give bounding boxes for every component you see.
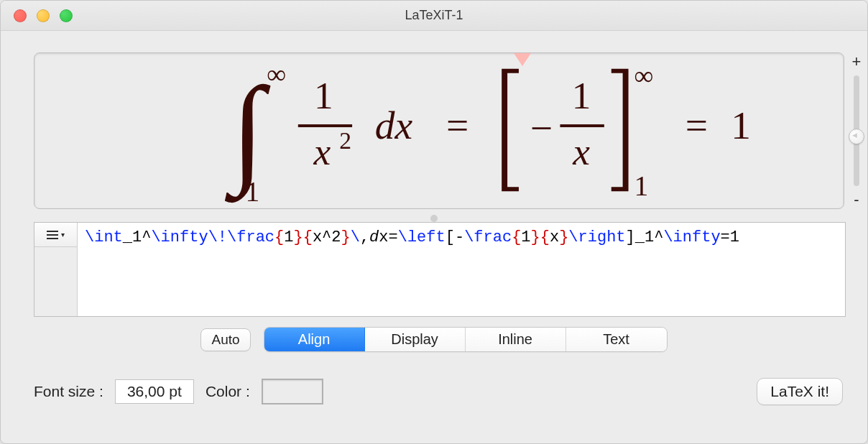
tok: x^2 — [313, 228, 341, 246]
svg-text:x: x — [313, 130, 331, 173]
tok: d — [369, 228, 379, 246]
svg-text:=: = — [446, 103, 468, 147]
svg-text:−: − — [530, 106, 553, 150]
alignment-marker-icon — [514, 53, 531, 69]
tok: [- — [445, 228, 464, 246]
mode-segmented: Align Display Inline Text — [264, 327, 668, 352]
mode-text[interactable]: Text — [566, 328, 667, 351]
window-body: ∫ ∞ 1 1 x 2 dx = − — [1, 31, 867, 443]
preview-row: ∫ ∞ 1 1 x 2 dx = − — [1, 31, 867, 209]
tok: x= — [379, 228, 397, 246]
tok: , — [360, 228, 369, 246]
svg-rect-12 — [560, 124, 604, 127]
tok: 1 — [284, 228, 293, 246]
svg-text:1: 1 — [314, 74, 333, 117]
latex-source-input[interactable]: \int_1^\infty\!\frac{1}{x^2}\,dx=\left[-… — [78, 223, 845, 316]
latex-it-button[interactable]: LaTeX it! — [757, 378, 843, 405]
svg-text:∞: ∞ — [267, 59, 286, 89]
tok: { — [512, 228, 521, 246]
tok: \frac — [464, 228, 512, 246]
mode-inline[interactable]: Inline — [466, 328, 566, 351]
window-title: LaTeXiT-1 — [1, 8, 867, 23]
svg-text:1: 1 — [245, 176, 259, 208]
tok: \ — [351, 228, 360, 246]
chevron-down-icon: ▾ — [61, 231, 65, 239]
tok: } — [341, 228, 350, 246]
tok: \infty\!\frac — [151, 228, 274, 246]
close-icon[interactable] — [14, 9, 27, 22]
zoom-in-icon[interactable]: + — [849, 52, 864, 71]
svg-text:dx: dx — [375, 103, 413, 147]
tok: _1^ — [123, 228, 152, 246]
svg-text:1: 1 — [634, 170, 648, 202]
tok: } — [559, 228, 568, 246]
editor-options-button[interactable]: ▾ — [34, 223, 77, 247]
zoom-icon[interactable] — [60, 9, 73, 22]
menu-icon — [47, 231, 58, 239]
color-well[interactable] — [262, 379, 323, 404]
font-size-input[interactable]: 36,00 pt — [115, 379, 194, 404]
svg-text:∞: ∞ — [634, 60, 653, 91]
tok: \int — [85, 228, 123, 246]
svg-text:1: 1 — [572, 74, 591, 117]
editor-gutter: ▾ — [34, 223, 78, 316]
splitter-grip-icon — [430, 215, 438, 222]
tok: x — [550, 228, 559, 246]
tok: 1 — [521, 228, 530, 246]
tok: \left — [398, 228, 445, 246]
tok: \infty — [663, 228, 720, 246]
svg-text:1: 1 — [731, 103, 751, 147]
tok: \right — [568, 228, 625, 246]
zoom-slider-track[interactable] — [854, 75, 859, 186]
tok: }{ — [531, 228, 550, 246]
render-preview[interactable]: ∫ ∞ 1 1 x 2 dx = − — [34, 52, 844, 209]
footer-row: Font size : 36,00 pt Color : LaTeX it! — [1, 352, 867, 405]
titlebar: LaTeXiT-1 — [1, 1, 867, 31]
traffic-lights — [14, 9, 73, 22]
auto-button[interactable]: Auto — [200, 328, 250, 351]
mode-row: Auto Align Display Inline Text — [1, 327, 867, 352]
svg-text:=: = — [685, 103, 708, 147]
tok: _1^ — [635, 228, 664, 246]
zoom-out-icon[interactable]: - — [851, 190, 862, 209]
svg-text:2: 2 — [339, 127, 351, 154]
mode-display[interactable]: Display — [365, 328, 466, 351]
color-label: Color : — [206, 383, 250, 400]
source-editor: ▾ \int_1^\infty\!\frac{1}{x^2}\,dx=\left… — [34, 222, 846, 317]
rendered-equation: ∫ ∞ 1 1 x 2 dx = − — [34, 53, 844, 208]
mode-align[interactable]: Align — [264, 328, 365, 351]
font-size-label: Font size : — [34, 383, 103, 400]
tok: }{ — [293, 228, 312, 246]
svg-marker-0 — [514, 53, 531, 66]
zoom-slider-thumb[interactable] — [849, 129, 864, 144]
minimize-icon[interactable] — [37, 9, 50, 22]
tok: { — [274, 228, 284, 246]
svg-text:x: x — [572, 130, 590, 173]
tok: ] — [626, 228, 635, 246]
splitter-handle[interactable] — [1, 215, 867, 222]
tok: =1 — [721, 228, 739, 246]
zoom-slider: + - — [844, 52, 867, 209]
app-window: LaTeXiT-1 ∫ ∞ 1 1 — [0, 0, 868, 444]
